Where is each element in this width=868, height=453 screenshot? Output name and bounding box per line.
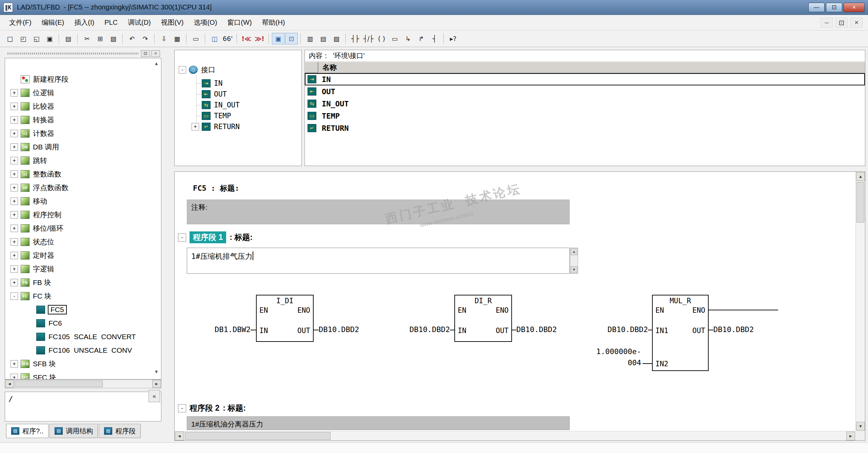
panel-close-button[interactable]: × <box>151 50 160 57</box>
menu-edit[interactable]: 编辑(E) <box>37 15 70 30</box>
filter-nav-button[interactable]: « <box>149 390 160 402</box>
sidebar-item-float-fn[interactable]: +±R浮点数函数 <box>5 181 161 194</box>
sidebar-item-fc106[interactable]: FC106 UNSCALE CONV <box>5 344 161 357</box>
table-row-out[interactable]: ⇤ OUT <box>305 85 865 98</box>
interface-item-in[interactable]: ⇥ IN <box>192 79 222 87</box>
sidebar-item-fc6[interactable]: FC6 <box>5 316 161 330</box>
sidebar-item-program-control[interactable]: +程序控制 <box>5 208 161 222</box>
tree-scroll-down-icon[interactable]: ▼ <box>154 369 159 374</box>
sidebar-item-counter[interactable]: ++1计数器 <box>5 127 161 140</box>
scroll-track[interactable] <box>103 380 152 388</box>
row-selector-header[interactable] <box>305 62 318 73</box>
sidebar-item-integer-fn[interactable]: +±1整数函数 <box>5 167 161 181</box>
empty-box-icon[interactable]: ▭ <box>389 33 401 44</box>
interface-item-in-out[interactable]: ⇆ IN_OUT <box>192 101 240 109</box>
operand-db10-dbd2[interactable]: DB10.DBD2 <box>319 325 359 334</box>
tree-hscrollbar[interactable]: ◄ ► <box>5 379 161 388</box>
sidebar-item-comparator[interactable]: +比较器 <box>5 100 161 113</box>
sidebar-item-word-logic[interactable]: +字逻辑 <box>5 262 161 276</box>
close-branch-icon[interactable]: ↱ <box>415 33 428 44</box>
sidebar-item-fc5[interactable]: FC5 <box>5 303 161 316</box>
sidebar-item-new-network[interactable]: 新建程序段 <box>5 73 161 86</box>
expand-icon[interactable]: + <box>11 103 18 110</box>
expand-icon[interactable]: + <box>11 279 18 286</box>
sidebar-item-status-bits[interactable]: +状态位 <box>5 235 161 249</box>
expand-icon[interactable]: + <box>11 89 18 97</box>
mdi-minimize-button[interactable]: – <box>821 18 833 28</box>
sidebar-item-shift-rotate[interactable]: +移位/循环 <box>5 222 161 235</box>
table-row-in-out[interactable]: ⇆ IN_OUT <box>305 98 865 110</box>
sidebar-item-move[interactable]: +移动 <box>5 194 161 208</box>
open-branch-icon[interactable]: ↳ <box>402 33 414 44</box>
table-row-temp[interactable]: ▭ TEMP <box>305 110 865 122</box>
block-comment-box[interactable]: 注释: <box>187 200 570 224</box>
download-icon[interactable]: ⇩ <box>158 33 170 44</box>
scroll-down-icon[interactable]: ▼ <box>571 266 577 273</box>
expand-icon[interactable]: + <box>192 123 199 130</box>
expand-icon[interactable]: + <box>11 360 18 368</box>
tab-networks[interactable]: ▤程序段 <box>99 424 141 438</box>
expand-icon[interactable]: + <box>11 184 18 191</box>
save-icon[interactable]: ▣ <box>43 33 56 44</box>
network1-title[interactable]: 程序段 1 <box>190 231 226 243</box>
comment-scrollbar[interactable]: ▲ ▼ <box>570 248 578 274</box>
menu-insert[interactable]: 插入(I) <box>69 15 99 30</box>
network-icon[interactable]: ◫ <box>208 33 221 44</box>
sym-rep-icon[interactable]: ▥ <box>304 33 316 44</box>
paste-icon[interactable]: ▨ <box>107 33 120 44</box>
name-column-header[interactable]: 名称 <box>318 62 865 73</box>
block-i-di[interactable]: I_DI EN ENO IN OUT <box>256 295 314 342</box>
expand-icon[interactable]: + <box>11 374 18 379</box>
block-di-r[interactable]: DI_R EN ENO IN OUT <box>454 295 512 342</box>
t-branch-icon[interactable]: ┤ <box>428 33 441 44</box>
operand-db10-dbd2[interactable]: DB10.DBD2 <box>592 325 648 334</box>
mdi-restore-button[interactable]: ⊡ <box>835 18 848 28</box>
open-online-icon[interactable]: ◱ <box>30 33 43 44</box>
menu-window[interactable]: 窗口(W) <box>222 15 257 30</box>
sidebar-item-converter[interactable]: +转换器 <box>5 113 161 127</box>
scroll-thumb[interactable] <box>15 380 103 387</box>
expand-icon[interactable]: + <box>11 157 18 164</box>
prev-error-icon[interactable]: !≪ <box>240 33 253 44</box>
scroll-right-icon[interactable]: ► <box>846 432 855 440</box>
operand-constant-line1[interactable]: 1.000000e- <box>586 347 641 356</box>
lad-view-icon[interactable]: ▣ <box>272 33 284 44</box>
network1-comment-input[interactable]: 1#压缩机排气压力 <box>187 248 570 274</box>
open-icon[interactable]: ◰ <box>17 33 29 44</box>
redo-icon[interactable]: ↷ <box>139 33 152 44</box>
interface-item-return[interactable]: + ↵ RETURN <box>192 123 240 131</box>
monitor-glasses-icon[interactable]: 66' <box>221 33 234 44</box>
expand-icon[interactable]: - <box>179 66 186 74</box>
collapse-icon[interactable]: - <box>178 404 186 412</box>
next-error-icon[interactable]: ≫! <box>253 33 266 44</box>
close-button[interactable]: × <box>844 3 865 12</box>
sidebar-item-jump[interactable]: +跳转 <box>5 154 161 167</box>
operand-db10-dbd2[interactable]: DB10.DBD2 <box>713 325 754 334</box>
network2-title[interactable]: 程序段 2 <box>190 403 219 413</box>
network2-comment-box[interactable]: 1#压缩机油分离器压力 <box>187 416 570 430</box>
scroll-left-icon[interactable]: ◄ <box>5 380 14 388</box>
expand-icon[interactable]: + <box>11 225 18 232</box>
scroll-up-icon[interactable]: ▲ <box>856 172 865 181</box>
panel-dock-button[interactable]: ⊡ <box>141 50 150 57</box>
menu-help[interactable]: 帮助(H) <box>257 15 290 30</box>
interface-root[interactable]: - ◇ 接口 <box>179 65 215 75</box>
collapse-icon[interactable]: - <box>178 233 186 242</box>
coil-icon[interactable]: ( ) <box>375 33 388 44</box>
operand-db10-dbd2[interactable]: DB10.DBD2 <box>394 325 450 334</box>
scroll-left-icon[interactable]: ◄ <box>175 432 184 440</box>
menu-file[interactable]: 文件(F) <box>4 15 37 30</box>
interface-item-out[interactable]: ⇤ OUT <box>192 90 227 98</box>
sidebar-item-fc-blocks[interactable]: -FCFC 块 <box>5 289 161 303</box>
expand-icon[interactable]: + <box>11 116 18 124</box>
editor-vscrollbar[interactable]: ▲ ▼ <box>855 172 865 431</box>
menu-plc[interactable]: PLC <box>99 15 123 30</box>
expand-icon[interactable]: - <box>11 292 18 300</box>
zoom-view-icon[interactable]: ⊡ <box>285 33 298 44</box>
help-select-icon[interactable]: ▸? <box>447 33 459 44</box>
print-icon[interactable]: ▤ <box>62 33 75 44</box>
expand-icon[interactable]: + <box>11 143 18 151</box>
editor-hscrollbar[interactable]: ◄ ► <box>175 431 855 440</box>
panel-grip[interactable] <box>7 53 138 55</box>
scroll-up-icon[interactable]: ▲ <box>571 248 577 255</box>
